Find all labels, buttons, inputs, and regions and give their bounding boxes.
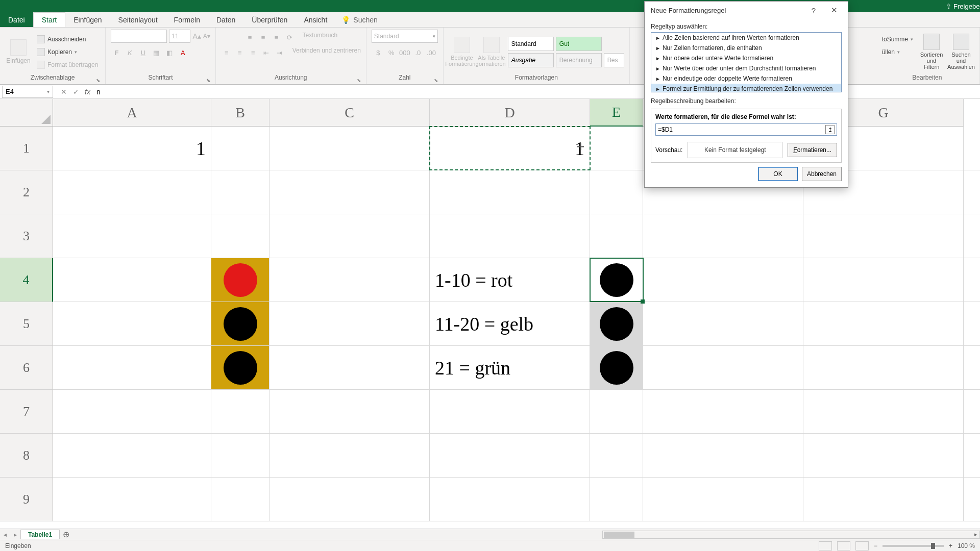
fill-color-button[interactable]: ◧ xyxy=(164,47,175,58)
font-color-button[interactable]: A xyxy=(177,47,188,58)
style-gut[interactable]: Gut xyxy=(556,37,602,51)
rule-type-item[interactable]: ►Nur Zellen formatieren, die enthalten xyxy=(651,43,841,53)
cell-A4[interactable] xyxy=(53,258,211,302)
cell-C9[interactable] xyxy=(270,478,430,521)
cell-D7[interactable] xyxy=(430,390,590,433)
share-button[interactable]: ⇪ Freigeben xyxy=(949,0,980,12)
shrink-font-button[interactable]: A▾ xyxy=(203,33,210,40)
autosum-button[interactable]: toSumme ▾ xyxy=(880,34,915,45)
cell-D8[interactable] xyxy=(430,434,590,477)
paste-button[interactable]: Einfügen xyxy=(5,32,32,72)
cell-C1[interactable] xyxy=(270,127,430,170)
align-left-button[interactable]: ≡ xyxy=(221,47,232,58)
cell-E2[interactable] xyxy=(590,170,643,214)
cell-E6[interactable] xyxy=(590,346,643,389)
cell-C8[interactable] xyxy=(270,434,430,477)
align-middle-button[interactable]: ≡ xyxy=(257,32,268,43)
format-as-table-button[interactable]: Als Tabelle formatieren xyxy=(478,32,505,72)
cell-B5[interactable] xyxy=(211,302,270,345)
tab-layout[interactable]: Seitenlayout xyxy=(110,12,166,27)
view-page-break-button[interactable] xyxy=(855,541,869,550)
row-header-6[interactable]: 6 xyxy=(0,346,53,390)
merge-center-button[interactable]: Verbinden und zentrieren xyxy=(292,47,361,58)
cell-A8[interactable] xyxy=(53,434,211,477)
find-select-button[interactable]: Suchen und Auswählen xyxy=(948,32,974,72)
conditional-formatting-button[interactable]: Bedingte Formatierung xyxy=(449,32,475,72)
cell-G6[interactable] xyxy=(803,346,964,389)
currency-button[interactable]: $ xyxy=(373,47,384,58)
align-bottom-button[interactable]: ≡ xyxy=(271,32,282,43)
percent-button[interactable]: % xyxy=(386,47,397,58)
row-header-9[interactable]: 9 xyxy=(0,478,53,521)
row-header-8[interactable]: 8 xyxy=(0,434,53,478)
indent-inc-button[interactable]: ⇥ xyxy=(274,47,285,58)
dialog-help-button[interactable]: ? xyxy=(806,4,821,17)
format-painter-button[interactable]: Format übertragen xyxy=(35,59,100,70)
dec-decimal-button[interactable]: .00 xyxy=(426,47,437,58)
dialog-close-button[interactable]: ✕ xyxy=(826,4,842,17)
cell-E8[interactable] xyxy=(590,434,643,477)
cell-E7[interactable] xyxy=(590,390,643,433)
ok-button[interactable]: OK xyxy=(758,167,798,181)
tab-formulas[interactable]: Formeln xyxy=(166,12,208,27)
cell-D6[interactable]: 21 = grün xyxy=(430,346,590,389)
cell-C3[interactable] xyxy=(270,214,430,258)
cell-D5[interactable]: 11-20 = gelb xyxy=(430,302,590,345)
row-header-7[interactable]: 7 xyxy=(0,390,53,434)
cell-D3[interactable] xyxy=(430,214,590,258)
zoom-in-button[interactable]: + xyxy=(949,542,952,549)
cell-C5[interactable] xyxy=(270,302,430,345)
cell-A2[interactable] xyxy=(53,170,211,214)
italic-button[interactable]: K xyxy=(124,47,135,58)
row-header-5[interactable]: 5 xyxy=(0,302,53,346)
cell-E5[interactable] xyxy=(590,302,643,345)
cell-D9[interactable] xyxy=(430,478,590,521)
view-normal-button[interactable] xyxy=(819,541,832,550)
cell-D4[interactable]: 1-10 = rot xyxy=(430,258,590,302)
scroll-thumb[interactable] xyxy=(604,532,634,538)
cell-G4[interactable] xyxy=(803,258,964,302)
border-button[interactable]: ▦ xyxy=(151,47,162,58)
view-page-layout-button[interactable] xyxy=(837,541,850,550)
cell-B8[interactable] xyxy=(211,434,270,477)
style-berechnung[interactable]: Berechnung xyxy=(556,53,602,67)
number-format-combo[interactable]: Standard▾ xyxy=(372,30,438,43)
wrap-text-button[interactable]: Textumbruch xyxy=(302,32,337,43)
align-right-button[interactable]: ≡ xyxy=(248,47,259,58)
cell-F9[interactable] xyxy=(643,478,803,521)
underline-button[interactable]: U xyxy=(137,47,149,58)
bold-button[interactable]: F xyxy=(111,47,122,58)
dialog-titlebar[interactable]: Neue Formatierungsregel ? ✕ xyxy=(645,2,848,19)
cell-A7[interactable] xyxy=(53,390,211,433)
row-header-3[interactable]: 3 xyxy=(0,214,53,258)
cell-C7[interactable] xyxy=(270,390,430,433)
tab-review[interactable]: Überprüfen xyxy=(243,12,296,27)
row-header-1[interactable]: 1 xyxy=(0,127,53,170)
cell-F4[interactable] xyxy=(643,258,803,302)
cell-B9[interactable] xyxy=(211,478,270,521)
tab-start[interactable]: Start xyxy=(33,12,66,27)
clipboard-launcher-icon[interactable]: ⬊ xyxy=(96,78,100,83)
font-launcher-icon[interactable]: ⬊ xyxy=(206,78,210,83)
cell-G8[interactable] xyxy=(803,434,964,477)
tab-view[interactable]: Ansicht xyxy=(296,12,335,27)
zoom-level[interactable]: 100 % xyxy=(958,542,975,549)
rule-type-item[interactable]: ►Alle Zellen basierend auf ihren Werten … xyxy=(651,33,841,43)
cell-C6[interactable] xyxy=(270,346,430,389)
range-picker-icon[interactable]: ↥ xyxy=(825,125,835,134)
scroll-right-icon[interactable]: ▸ xyxy=(972,531,980,538)
grow-font-button[interactable]: A▴ xyxy=(192,32,201,40)
inc-decimal-button[interactable]: .0 xyxy=(412,47,424,58)
font-size-combo[interactable]: 11 xyxy=(169,30,190,43)
copy-button[interactable]: Kopieren ▾ xyxy=(35,46,100,58)
thousands-button[interactable]: 000 xyxy=(399,47,410,58)
font-name-combo[interactable] xyxy=(111,30,167,43)
cell-F5[interactable] xyxy=(643,302,803,345)
rule-formula-input[interactable] xyxy=(658,126,825,133)
new-sheet-button[interactable]: ⊕ xyxy=(60,530,72,539)
cancel-button[interactable]: Abbrechen xyxy=(802,167,842,181)
format-button[interactable]: Formatieren... xyxy=(788,143,837,157)
cell-B2[interactable] xyxy=(211,170,270,214)
rule-type-item[interactable]: ►Formel zur Ermittlung der zu formatiere… xyxy=(651,84,841,92)
tab-data[interactable]: Daten xyxy=(208,12,243,27)
